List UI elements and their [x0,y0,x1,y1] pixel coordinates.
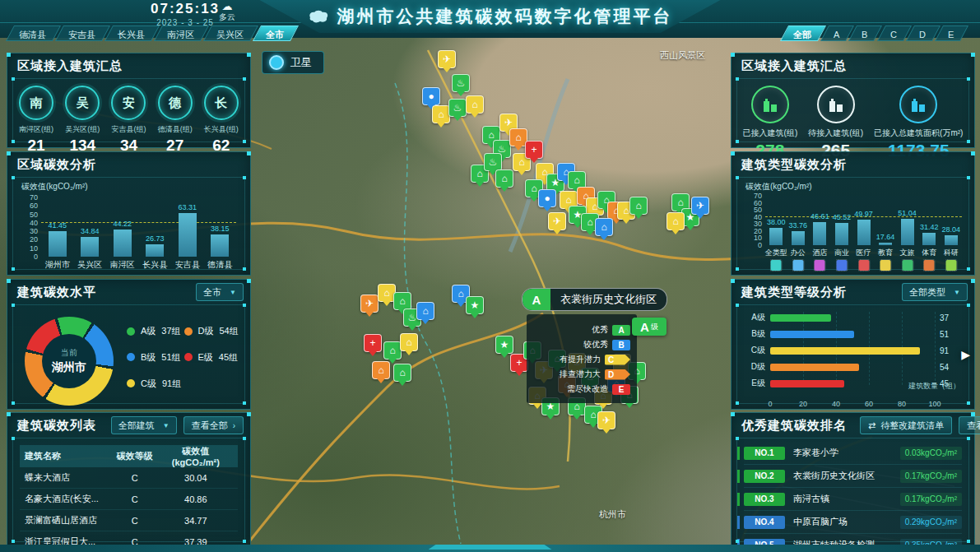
tab-region-长兴县[interactable]: 长兴县 [105,26,160,41]
building-marker-icon[interactable]: ● [538,189,556,207]
building-marker-icon[interactable]: ♨ [448,99,467,117]
tab-grade-全部[interactable]: 全部 [780,26,826,41]
bar-value-label: 31.42 [920,223,939,231]
stat-label: 已接入总建筑面积(万m²) [874,128,963,139]
building-marker-icon[interactable]: ⌂ [466,95,484,114]
axis-unit-label: 碳效值(kgCO₂/m²) [21,181,88,193]
legend-count: 91组 [162,378,181,390]
bar-value-label: 33.76 [789,221,808,230]
city-dropdown[interactable]: 全市▼ [196,283,244,301]
corner-dot [12,401,15,405]
carbon-value: 0.17kgCO₂/m² [900,470,962,483]
type-医疗-icon [858,260,869,271]
legend-label: 排查潜力大 [560,369,601,380]
panel-type-analysis: 建筑类型碳效分析 碳效值(kgCO₂/m²) 01020304050607038… [731,151,975,276]
hbar-row-D: D级54 [745,361,962,373]
legend-grade-chip: B [612,340,630,350]
rectify-list-button[interactable]: ⇄ 待整改建筑清单 [860,416,952,434]
x-tick-label: 40 [832,400,840,408]
building-marker-icon[interactable]: ⌂ [383,341,402,359]
stat-label: 待接入建筑(组) [808,128,863,139]
tab-label: 南浔区 [167,28,194,42]
bar-column: 34.84 [81,227,99,257]
stat-label: 吴兴区(组) [59,124,105,135]
tab-region-全市[interactable]: 全市 [253,26,299,41]
legend-count: 51组 [161,351,180,364]
ranking-row-4[interactable]: NO.4中原百脑广场0.29kgCO₂/m² [744,511,962,534]
bar-category-label: 体育 [922,248,936,258]
panel-region-summary-left: 区域接入建筑汇总 南南浔区(组)21吴吴兴区(组)134安安吉县(组)34德德清… [7,53,251,148]
type-filter-dropdown[interactable]: 全部类型▼ [902,283,968,301]
building-name: 中原百脑广场 [793,516,892,528]
donut-center-caption: 当前 [61,347,77,359]
tooltip-building-name: 衣裳街历史文化街区 [550,292,666,307]
building-marker-icon[interactable]: ★ [495,336,513,354]
building-marker-icon[interactable]: ⌂ [629,197,648,215]
building-marker-icon[interactable]: + [525,141,543,159]
tab-region-南浔区[interactable]: 南浔区 [154,26,209,41]
y-tick-label: 50 [30,211,38,219]
building-marker-icon[interactable]: ✈ [548,212,566,230]
table-row[interactable]: 景澜富硒山居酒店C34.77 [20,510,238,531]
page-title: 湖州市公共建筑碳效码数字化管理平台 [337,5,673,28]
building-marker-icon[interactable]: ✈ [691,197,709,215]
tab-region-安吉县[interactable]: 安吉县 [55,26,110,41]
building-marker-icon[interactable]: ✈ [438,50,456,68]
building-marker-icon[interactable]: ⌂ [393,364,411,382]
building-marker-icon[interactable]: ⌂ [416,302,434,320]
table-row[interactable]: 蝶来大酒店C30.04 [20,467,238,489]
bar [922,233,936,245]
building-marker-icon[interactable]: ⌂ [372,361,390,379]
bar-category-label: 吴兴区 [77,259,102,271]
corner-dot [736,540,739,543]
building-name: 名豪大酒店(长安... [25,493,111,505]
table-row[interactable]: 名豪大酒店(长安...C40.86 [20,489,238,510]
building-marker-icon[interactable]: ⌂ [666,212,685,230]
carbon-level-donut: 当前 湖州市 [25,317,114,406]
view-all-button[interactable]: 查看全部› [959,416,980,434]
chevron-down-icon: ▼ [230,289,236,296]
bar-category-label: 科研 [944,248,959,258]
corner-dot [12,437,15,440]
y-tick-label: 70 [754,192,762,200]
bar [81,237,99,257]
column-header: 建筑名称 [25,450,111,462]
tab-label: 长兴县 [118,28,145,42]
tab-region-德清县[interactable]: 德清县 [6,26,61,41]
legend-row-D: 排查潜力大D [533,369,630,380]
bar-category-label: 长兴县 [142,259,167,271]
satellite-toggle[interactable]: 卫星 [262,51,324,74]
view-all-button[interactable]: 查看全部› [183,416,244,434]
hbar-row-A: A级37 [745,312,962,323]
bar-value-label: 34.84 [81,227,100,235]
access-stat-0: 已接入建筑(组)278 [743,86,798,160]
bar [770,380,844,387]
bar [114,230,132,257]
building-marker-icon[interactable]: ⌂ [595,218,613,236]
building-marker-icon[interactable]: ⌂ [400,333,418,351]
map-tooltip[interactable]: A 衣裳街历史文化街区 [522,288,667,311]
next-page-icon[interactable]: ▶ [961,348,970,361]
type-bar-chart: 01020304050607038.00全类型33.76办公46.61酒店45.… [765,196,962,245]
ranking-row-2[interactable]: NO.2衣裳街历史文化街区0.17kgCO₂/m² [744,465,962,488]
corner-dot [736,176,739,179]
building-marker-icon[interactable]: ⌂ [495,169,513,188]
building-marker-icon[interactable]: ♨ [484,153,502,171]
tab-region-吴兴区[interactable]: 吴兴区 [203,26,258,41]
building-filter-dropdown[interactable]: 全部建筑▼ [111,416,177,434]
building-marker-icon[interactable]: ★ [466,296,484,314]
bar-value-label: 63.31 [178,203,197,211]
building-marker-icon[interactable]: ● [422,87,440,105]
building-marker-icon[interactable]: ✈ [597,411,615,429]
bar-value-label: 49.97 [854,210,873,218]
legend-grade-label: C级 [141,378,156,390]
bar-column: 63.31 [179,203,197,257]
building-marker-icon[interactable]: ⌂ [393,292,411,310]
building-marker-icon[interactable]: ✈ [360,295,379,313]
tab-grade-E[interactable]: E [935,26,968,41]
ranking-row-1[interactable]: NO.1李家巷小学0.03kgCO₂/m² [744,442,962,465]
building-marker-icon[interactable]: ⌂ [432,105,450,123]
building-marker-icon[interactable]: + [364,334,382,352]
ranking-row-3[interactable]: NO.3南浔古镇0.17kgCO₂/m² [744,488,962,511]
building-marker-icon[interactable]: ♨ [452,74,470,92]
